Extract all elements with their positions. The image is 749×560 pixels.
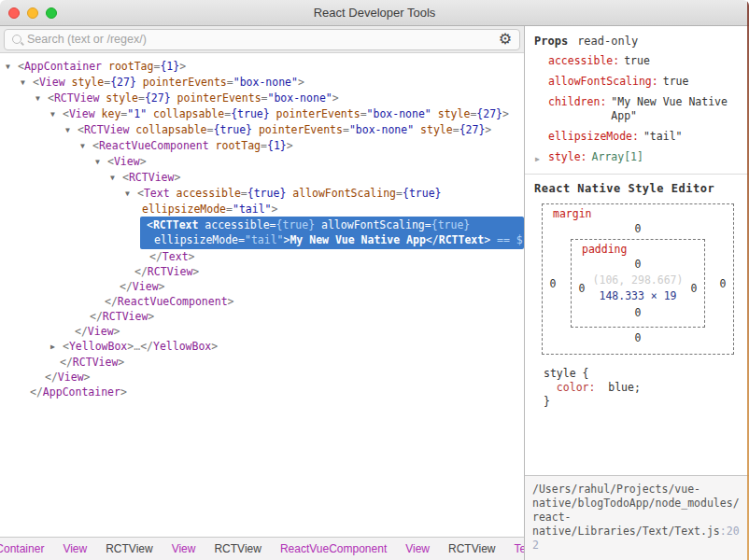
breadcrumb-item-rctview[interactable]: RCTView	[205, 538, 270, 560]
props-header: Propsread-only	[534, 35, 740, 48]
tree-row[interactable]: ▶<YellowBox>…</YellowBox>	[0, 339, 524, 355]
tree-row[interactable]: <RCTText accessible={true} allowFontScal…	[147, 217, 520, 232]
tree-row[interactable]: </RCTView>	[0, 355, 524, 370]
prop-value: true	[663, 75, 689, 89]
padding-label: padding	[572, 243, 704, 256]
collapse-arrow-icon[interactable]: ▼	[6, 60, 18, 75]
search-toolbar: ⚙	[0, 26, 524, 53]
element-size: 148.333 × 19	[592, 288, 684, 304]
tree-row[interactable]: ▼<View style={27} pointerEvents="box-non…	[0, 75, 524, 91]
tree-row[interactable]: ▼<RCTView>	[0, 170, 524, 186]
box-model: margin 0 0 padding 0 0 (106, 298.667) 14…	[542, 203, 734, 355]
style-rule-close: }	[544, 395, 740, 409]
prop-value: Array[1]	[592, 150, 643, 164]
title-bar: React Developer Tools	[0, 0, 749, 26]
prop-value: "My New Vue Native App"	[611, 95, 740, 123]
breadcrumb-item-view[interactable]: View	[396, 538, 439, 560]
source-path: /Users/rahul/Projects/vue-native/blogTod…	[532, 483, 740, 538]
padding-right-value[interactable]: 0	[684, 282, 704, 295]
tree-row[interactable]: </ReactVueComponent>	[0, 294, 524, 309]
collapse-arrow-icon[interactable]: ▼	[80, 139, 92, 154]
padding-box: padding 0 0 (106, 298.667) 148.333 × 19 …	[571, 239, 705, 328]
margin-label: margin	[543, 207, 733, 220]
style-property-value[interactable]: blue;	[608, 381, 641, 394]
prop-row[interactable]: allowFontScaling:true	[534, 75, 740, 89]
breadcrumb-item-rctview[interactable]: RCTView	[439, 538, 504, 560]
style-property-name[interactable]: color:	[557, 381, 596, 394]
tree-row[interactable]: </View>	[0, 370, 524, 385]
collapse-arrow-icon[interactable]: ▼	[21, 76, 33, 91]
prop-value: "tail"	[643, 130, 683, 144]
collapse-arrow-icon[interactable]: ▼	[35, 91, 48, 106]
tree-row[interactable]: ▼<View>	[0, 154, 524, 170]
prop-row[interactable]: ▶style:Array[1]	[534, 150, 740, 164]
tree-row[interactable]: </AppContainer>	[0, 385, 524, 399]
tree-row[interactable]: ▼<ReactVueComponent rootTag={1}>	[0, 138, 524, 154]
breadcrumb-items: AppContainerViewRCTViewViewRCTViewReactV…	[0, 538, 524, 560]
search-field[interactable]: ⚙	[4, 29, 520, 50]
maximize-window-button[interactable]	[46, 7, 57, 19]
expand-arrow-icon[interactable]: ▶	[535, 152, 540, 166]
breadcrumb-item-reactvuecomponent[interactable]: ReactVueComponent	[271, 538, 396, 560]
component-tree[interactable]: ▼<AppContainer rootTag={1}>▼<View style=…	[0, 53, 524, 537]
search-input[interactable]	[27, 33, 491, 46]
prop-key: style:	[548, 150, 587, 164]
prop-row[interactable]: accessible:true	[534, 54, 740, 68]
elements-pane: ⚙ ▼<AppContainer rootTag={1}>▼<View styl…	[0, 26, 524, 560]
breadcrumb-item-text[interactable]: Text	[504, 538, 524, 560]
padding-left-value[interactable]: 0	[572, 282, 592, 295]
prop-value: true	[624, 54, 650, 68]
breadcrumb: AppContainerViewRCTViewViewRCTViewReactV…	[0, 537, 524, 560]
style-rule-open: style {	[544, 367, 740, 381]
props-section: Propsread-only accessible:trueallowFontS…	[525, 26, 749, 175]
tree-row[interactable]: ▼<View key="1" collapsable={true} pointe…	[0, 106, 524, 122]
source-location[interactable]: /Users/rahul/Projects/vue-native/blogTod…	[525, 475, 749, 560]
prop-row[interactable]: ellipsizeMode:"tail"	[534, 130, 740, 144]
details-pane: Propsread-only accessible:trueallowFontS…	[524, 26, 749, 560]
tree-row[interactable]: </View>	[0, 279, 524, 294]
prop-key: children:	[548, 95, 606, 123]
prop-row[interactable]: children:"My New Vue Native App"	[534, 95, 740, 123]
props-title: Props	[534, 35, 568, 48]
breadcrumb-item-rctview[interactable]: RCTView	[96, 538, 162, 560]
tree-row[interactable]: </Text>	[0, 249, 524, 264]
collapse-arrow-icon[interactable]: ▼	[65, 123, 78, 138]
margin-left-value[interactable]: 0	[543, 277, 563, 290]
padding-bottom-value[interactable]: 0	[572, 304, 704, 321]
gear-icon[interactable]: ⚙	[499, 32, 512, 47]
react-devtools-window: React Developer Tools ⚙ ▼<AppContainer r…	[0, 0, 749, 560]
breadcrumb-item-view[interactable]: View	[53, 538, 96, 560]
margin-bottom-value[interactable]: 0	[543, 329, 733, 346]
prop-key: ellipsizeMode:	[548, 130, 639, 144]
style-rule: style { color: blue; }	[534, 355, 740, 409]
collapse-arrow-icon[interactable]: ▼	[50, 107, 63, 122]
tree-row[interactable]: ellipsizeMode="tail">	[0, 202, 524, 217]
margin-top-value[interactable]: 0	[543, 220, 733, 237]
tree-row[interactable]: ▼<AppContainer rootTag={1}>	[0, 59, 524, 75]
tree-row[interactable]: </RCTView>	[0, 264, 524, 279]
expand-arrow-icon[interactable]: ▶	[50, 340, 63, 355]
tree-row[interactable]: ▼<RCTView style={27} pointerEvents="box-…	[0, 91, 524, 106]
collapse-arrow-icon[interactable]: ▼	[95, 155, 107, 170]
tree-row[interactable]: ▼<RCTView collapsable={true} pointerEven…	[0, 122, 524, 138]
tree-row[interactable]: </RCTView>	[0, 309, 524, 324]
close-window-button[interactable]	[8, 7, 20, 19]
margin-right-value[interactable]: 0	[713, 277, 733, 290]
props-list: accessible:trueallowFontScaling:truechil…	[534, 54, 740, 164]
collapse-arrow-icon[interactable]: ▼	[110, 171, 122, 186]
selected-tree-node[interactable]: <RCTText accessible={true} allowFontScal…	[140, 217, 524, 249]
collapse-arrow-icon[interactable]: ▼	[125, 187, 137, 202]
padding-top-value[interactable]: 0	[572, 256, 704, 273]
prop-key: accessible:	[548, 54, 619, 68]
tree-row[interactable]: ▼<Text accessible={true} allowFontScalin…	[0, 186, 524, 202]
minimize-window-button[interactable]	[27, 7, 38, 19]
search-icon	[12, 35, 21, 44]
tree-row[interactable]: ellipsizeMode="tail">My New Vue Native A…	[147, 232, 520, 247]
prop-key: allowFontScaling:	[548, 75, 658, 89]
breadcrumb-item-appcontainer[interactable]: AppContainer	[0, 538, 53, 560]
tree-row[interactable]: </View>	[0, 324, 524, 339]
breadcrumb-item-view[interactable]: View	[163, 538, 205, 560]
style-editor-title: React Native Style Editor	[534, 182, 740, 195]
style-editor-section: React Native Style Editor margin 0 0 pad…	[525, 175, 749, 409]
window-title: React Developer Tools	[314, 6, 436, 20]
